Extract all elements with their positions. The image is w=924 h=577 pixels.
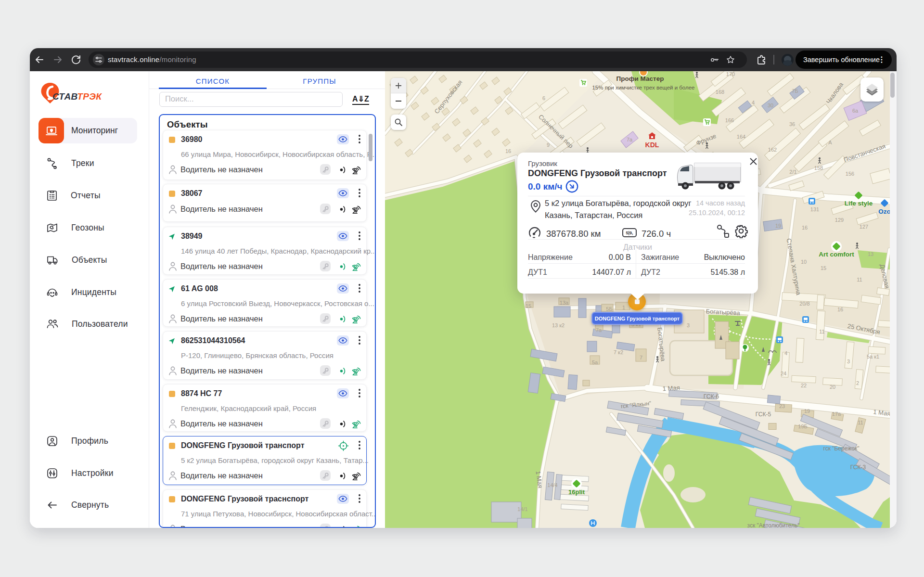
svg-text:Профи Мастер: Профи Мастер [616,75,664,82]
svg-text:гск "Бережок": гск "Бережок" [823,445,860,452]
svg-text:20: 20 [830,384,835,390]
svg-text:9: 9 [547,142,550,148]
svg-text:15% при химчистке трех вещей и: 15% при химчистке трех вещей и более [592,85,694,90]
svg-text:19Б: 19Б [798,423,807,429]
svg-text:4: 4 [784,350,787,356]
svg-text:А: А [828,140,832,145]
svg-text:22: 22 [801,383,807,388]
svg-text:19: 19 [775,223,781,229]
svg-text:129: 129 [835,217,844,223]
svg-text:4: 4 [752,100,755,105]
svg-text:36: 36 [789,121,795,127]
svg-text:5а: 5а [592,359,598,365]
svg-text:зск "Автолюбитель": зск "Автолюбитель" [747,522,800,528]
svg-text:11: 11 [857,277,862,282]
svg-text:158: 158 [814,165,823,171]
svg-text:23: 23 [779,403,785,409]
svg-text:3: 3 [687,322,690,328]
svg-text:Life style: Life style [845,200,873,207]
svg-text:20/8: 20/8 [799,301,809,307]
svg-text:16plit: 16plit [568,488,585,496]
svg-text:162: 162 [768,147,777,153]
svg-text:10: 10 [801,259,807,265]
svg-text:6: 6 [542,95,545,101]
svg-text:6а: 6а [852,108,859,114]
svg-text:17а: 17а [832,411,841,417]
svg-text:Art comfort: Art comfort [819,251,854,258]
svg-text:19: 19 [804,408,810,414]
svg-text:168: 168 [716,89,724,95]
svg-text:13 к2: 13 к2 [552,322,565,328]
svg-text:13: 13 [868,251,873,257]
svg-text:11: 11 [819,329,824,334]
svg-text:1: 1 [622,305,625,310]
svg-text:166: 166 [725,117,734,123]
svg-text:131: 131 [810,206,819,212]
svg-text:2/1: 2/1 [789,169,796,175]
svg-text:7: 7 [640,355,642,360]
svg-text:170: 170 [726,71,735,77]
svg-text:13а: 13а [560,300,569,306]
svg-text:16: 16 [505,148,511,154]
svg-text:14/1: 14/1 [517,506,527,512]
svg-text:127: 127 [860,224,868,230]
svg-text:5|9,: 5|9, [626,231,633,235]
svg-text:7а: 7а [627,137,633,142]
svg-text:16: 16 [837,307,843,312]
svg-text:7а: 7а [596,327,602,333]
svg-text:24: 24 [781,371,786,376]
svg-text:Ozon: Ozon [878,208,890,215]
svg-text:ГСК-6: ГСК-6 [704,393,719,400]
svg-text:11: 11 [858,420,863,425]
svg-text:ГСК-3: ГСК-3 [850,464,866,471]
svg-text:164: 164 [737,134,745,140]
svg-text:5Б: 5Б [606,306,612,312]
svg-text:15: 15 [526,303,531,309]
svg-text:7Б: 7Б [792,88,798,94]
svg-text:5а к1: 5а к1 [867,354,879,359]
svg-text:30: 30 [768,103,773,108]
svg-text:3: 3 [847,359,850,364]
svg-text:2: 2 [856,380,859,386]
svg-text:156: 156 [846,171,854,177]
svg-text:16: 16 [802,225,808,231]
svg-text:7 к2: 7 к2 [614,349,623,355]
svg-text:1 Мая: 1 Мая [662,384,680,392]
svg-text:14/4: 14/4 [547,482,557,488]
svg-text:KDL: KDL [645,141,659,149]
svg-text:15: 15 [821,265,826,271]
svg-text:ГСК-5: ГСК-5 [756,411,771,418]
